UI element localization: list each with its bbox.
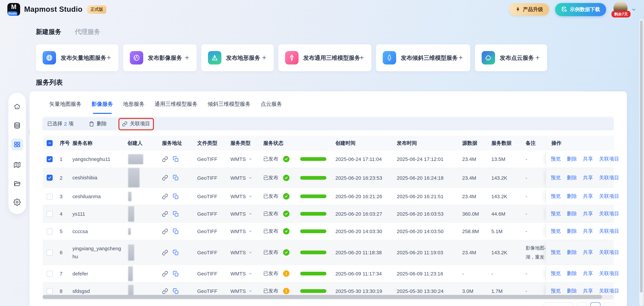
action-link-project[interactable]: 关联项目 (599, 270, 619, 277)
action-share[interactable]: 共享 (583, 175, 593, 181)
action-link-project[interactable]: 关联项目 (599, 249, 619, 256)
plus-icon[interactable]: + (262, 53, 266, 62)
action-preview[interactable]: 预览 (551, 228, 561, 234)
action-preview[interactable]: 预览 (551, 270, 561, 277)
row-checkbox[interactable] (46, 270, 53, 277)
action-share[interactable]: 共享 (583, 156, 593, 162)
tab-generic-3d-service[interactable]: 通用三维模型服务 (155, 101, 198, 114)
action-preview[interactable]: 预览 (551, 175, 561, 181)
copy-url-icon[interactable] (173, 270, 179, 277)
service-type-select[interactable]: WMTS (230, 211, 263, 217)
service-url-link-icon[interactable] (162, 270, 168, 277)
card-publish-generic-3d-model[interactable]: 发布通用三维模型服务 + (278, 44, 371, 71)
action-delete[interactable]: 删除 (567, 211, 577, 217)
copy-url-icon[interactable] (173, 193, 179, 199)
copy-url-icon[interactable] (173, 249, 179, 255)
action-delete[interactable]: 删除 (567, 156, 577, 162)
plus-icon[interactable]: + (535, 53, 540, 62)
action-share[interactable]: 共享 (583, 193, 593, 200)
service-type-select[interactable]: WMTS (230, 194, 263, 199)
action-share[interactable]: 共享 (583, 249, 593, 256)
service-type-select[interactable]: WMTS (230, 288, 263, 294)
copy-url-icon[interactable] (173, 228, 179, 234)
plus-icon[interactable]: + (185, 53, 189, 62)
action-delete[interactable]: 删除 (567, 288, 577, 294)
folder-icon[interactable] (14, 180, 21, 187)
copy-url-icon[interactable] (173, 211, 179, 217)
action-link-project[interactable]: 关联项目 (599, 193, 619, 200)
prev-page-button[interactable]: ‹ (577, 302, 587, 306)
action-preview[interactable]: 预览 (551, 156, 561, 162)
horizontal-scrollbar[interactable] (42, 295, 614, 299)
action-share[interactable]: 共享 (583, 228, 593, 234)
account-chevron-down-icon[interactable] (631, 7, 636, 12)
service-type-select[interactable]: WMTS (230, 228, 263, 234)
copy-url-icon[interactable] (173, 288, 179, 294)
tab-vector-map-service[interactable]: 矢量地图服务 (49, 101, 82, 114)
user-avatar-area[interactable]: 剩余7天 (614, 1, 628, 18)
service-url-link-icon[interactable] (162, 156, 168, 162)
page-1-button[interactable]: 1 (590, 302, 600, 306)
copy-url-icon[interactable] (173, 175, 179, 181)
link-project-button[interactable]: 关联项目 (122, 121, 150, 127)
action-preview[interactable]: 预览 (551, 193, 561, 200)
plus-icon[interactable]: + (107, 53, 111, 62)
row-checkbox[interactable] (46, 288, 53, 294)
gear-icon[interactable] (14, 199, 21, 206)
product-upgrade-button[interactable]: 产品升级 (509, 3, 549, 16)
copy-url-icon[interactable] (173, 156, 179, 162)
action-delete[interactable]: 删除 (567, 228, 577, 234)
action-link-project[interactable]: 关联项目 (599, 211, 619, 217)
action-delete[interactable]: 删除 (567, 270, 577, 277)
service-url-link-icon[interactable] (162, 211, 168, 217)
service-url-link-icon[interactable] (162, 288, 168, 294)
select-all-checkbox[interactable] (46, 140, 53, 146)
row-checkbox[interactable] (46, 156, 53, 162)
tab-oblique-3d-service[interactable]: 倾斜三维模型服务 (208, 101, 250, 114)
row-checkbox[interactable] (46, 249, 53, 255)
plus-icon[interactable]: + (458, 53, 463, 62)
nav-item-services-active[interactable] (11, 138, 23, 150)
row-checkbox[interactable] (46, 193, 53, 199)
service-type-select[interactable]: WMTS (230, 156, 263, 162)
action-link-project[interactable]: 关联项目 (599, 228, 619, 234)
action-share[interactable]: 共享 (583, 211, 593, 217)
plus-icon[interactable]: + (360, 53, 364, 62)
sample-data-download-button[interactable]: 示例数据下载 (555, 3, 606, 16)
row-checkbox[interactable] (46, 211, 53, 217)
action-preview[interactable]: 预览 (551, 288, 561, 294)
card-publish-point-cloud[interactable]: 发布点云服务 + (475, 44, 547, 71)
action-link-project[interactable]: 关联项目 (599, 288, 619, 294)
service-url-link-icon[interactable] (162, 175, 168, 181)
tab-point-cloud-service[interactable]: 点云服务 (260, 101, 282, 114)
database-icon[interactable] (14, 122, 21, 129)
tab-new-service[interactable]: 新建服务 (36, 28, 62, 36)
service-type-select[interactable]: WMTS (230, 250, 263, 255)
vertical-scrollbar-thumb[interactable] (640, 21, 643, 292)
horizontal-scrollbar-thumb[interactable] (42, 295, 602, 299)
action-preview[interactable]: 预览 (551, 211, 561, 217)
row-checkbox[interactable] (46, 228, 53, 234)
action-delete[interactable]: 删除 (567, 175, 577, 181)
action-preview[interactable]: 预览 (551, 249, 561, 256)
card-publish-imagery[interactable]: 发布影像服务 + (123, 44, 196, 71)
action-share[interactable]: 共享 (583, 288, 593, 294)
delete-selected-button[interactable]: 删除 (89, 121, 107, 127)
service-url-link-icon[interactable] (162, 193, 168, 199)
card-publish-oblique-3d-model[interactable]: 发布倾斜三维模型服务 + (376, 44, 470, 71)
map-icon[interactable] (14, 161, 21, 169)
next-page-button[interactable]: › (604, 302, 614, 306)
tab-imagery-service[interactable]: 影像服务 (92, 101, 113, 114)
service-type-select[interactable]: WMTS (230, 175, 263, 181)
action-share[interactable]: 共享 (583, 270, 593, 277)
action-delete[interactable]: 删除 (567, 193, 577, 200)
action-delete[interactable]: 删除 (567, 249, 577, 256)
brand-logo[interactable]: M Studio (8, 3, 20, 16)
service-url-link-icon[interactable] (162, 249, 168, 255)
action-link-project[interactable]: 关联项目 (599, 175, 619, 181)
tab-terrain-service[interactable]: 地形服务 (123, 101, 144, 114)
service-url-link-icon[interactable] (162, 228, 168, 234)
service-type-select[interactable]: WMTS (230, 271, 263, 276)
row-checkbox[interactable] (46, 175, 53, 181)
page-size-select[interactable]: 10条/页 (544, 302, 574, 306)
